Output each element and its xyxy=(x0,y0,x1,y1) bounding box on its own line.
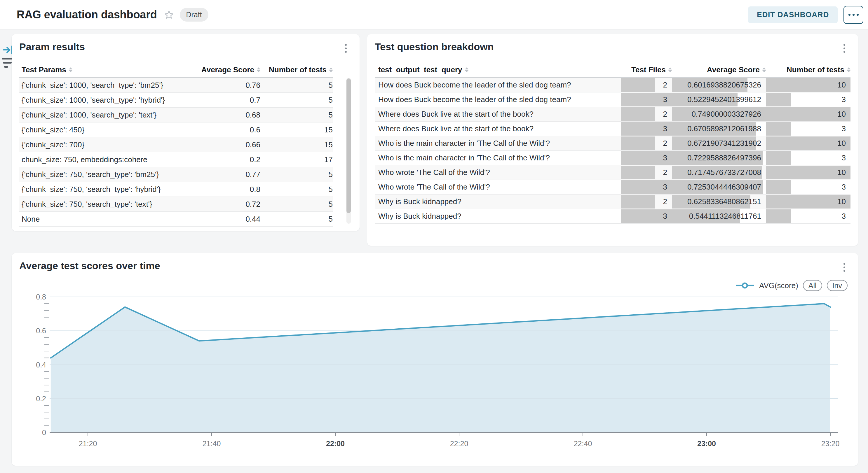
panel-menu-kebab-icon[interactable] xyxy=(842,43,846,54)
avg-score-cell: 0.72 xyxy=(179,197,260,211)
table-row[interactable]: Who wrote 'The Call of the Wild'?30.7253… xyxy=(375,180,850,195)
table-scrollbar xyxy=(346,78,351,224)
x-tick-label: 21:40 xyxy=(203,439,221,448)
sort-icon[interactable] xyxy=(329,67,333,72)
column-header[interactable]: Average Score xyxy=(672,65,766,74)
scrollbar-thumb[interactable] xyxy=(346,78,351,213)
avg-score-cell: 0.7174576733727008 xyxy=(672,165,766,180)
data-bar xyxy=(621,136,655,150)
test-files-cell-value: 2 xyxy=(663,80,672,90)
table-row[interactable]: None0.445 xyxy=(19,212,333,227)
avg-score-cell: 0.6721907341231902 xyxy=(672,136,766,150)
table-row[interactable]: {'chunk_size': 450}0.615 xyxy=(19,123,333,137)
panel-menu-kebab-icon[interactable] xyxy=(344,43,348,54)
table-row[interactable]: chunk_size: 750, embeddings:cohere0.217 xyxy=(19,152,333,167)
test-files-cell-value: 3 xyxy=(663,182,672,192)
table-row[interactable]: Who is the main character in 'The Call o… xyxy=(375,151,850,165)
column-header-label: test_output_test_query xyxy=(378,65,462,74)
avg-score-cell: 0.7253044446309407 xyxy=(672,180,766,194)
page-title: RAG evaluation dashboard xyxy=(17,8,157,21)
table-row[interactable]: {'chunk_size': 700}0.6615 xyxy=(19,137,333,152)
num-tests-cell: 15 xyxy=(260,123,333,137)
table-header-row: Test ParamsAverage ScoreNumber of tests xyxy=(19,62,333,78)
num-tests-cell: 15 xyxy=(260,137,333,152)
column-header-label: Number of tests xyxy=(786,65,844,74)
test-files-cell: 3 xyxy=(621,180,672,194)
test-files-cell: 2 xyxy=(621,136,672,150)
sort-icon[interactable] xyxy=(465,67,468,72)
table-row[interactable]: Where does Buck live at the start of the… xyxy=(375,122,850,136)
sort-icon[interactable] xyxy=(847,67,850,72)
panel-title: Param results xyxy=(19,41,85,53)
query-cell: Why is Buck kidnapped? xyxy=(375,209,621,224)
edit-dashboard-button[interactable]: EDIT DASHBOARD xyxy=(748,6,838,23)
sort-icon[interactable] xyxy=(762,67,766,72)
sort-up-arrow xyxy=(669,67,672,69)
table-header-row: test_output_test_queryTest FilesAverage … xyxy=(375,62,850,78)
num-tests-cell: 3 xyxy=(766,209,850,224)
num-tests-cell-value: 10 xyxy=(837,80,850,90)
num-tests-cell: 3 xyxy=(766,122,850,136)
table-row[interactable]: Who is the main character in 'The Call o… xyxy=(375,136,850,151)
column-header[interactable]: Number of tests xyxy=(766,65,850,74)
table-row[interactable]: Where does Buck live at the start of the… xyxy=(375,107,850,122)
column-header[interactable]: test_output_test_query xyxy=(375,65,621,74)
data-bar xyxy=(621,195,655,208)
table-row[interactable]: {'chunk_size': 750, 'search_type': 'text… xyxy=(19,197,333,212)
x-tick-label: 23:20 xyxy=(821,439,840,448)
column-header-label: Number of tests xyxy=(269,65,327,74)
table-row[interactable]: {'chunk_size': 1000, 'search_type': 'tex… xyxy=(19,108,333,123)
avg-score-cell: 0.6258336480862151 xyxy=(672,195,766,209)
num-tests-cell: 3 xyxy=(766,180,850,194)
num-tests-cell: 10 xyxy=(766,78,850,92)
avg-score-cell-value: 0.5229452401399612 xyxy=(687,95,766,104)
avg-score-cell: 0.5229452401399612 xyxy=(672,93,766,107)
table-row[interactable]: Who wrote 'The Call of the Wild'?20.7174… xyxy=(375,165,850,180)
test-files-cell: 2 xyxy=(621,165,672,180)
test-files-cell-value: 2 xyxy=(663,110,672,119)
favorite-star-icon[interactable] xyxy=(164,10,174,20)
avg-score-cell-value: 0.5441113246811761 xyxy=(689,212,766,221)
query-cell: Who wrote 'The Call of the Wild'? xyxy=(375,180,621,194)
avg-scores-chart-panel: Average test scores over time AVG(score)… xyxy=(12,253,858,466)
avg-score-cell: 0.7 xyxy=(179,93,260,107)
avg-score-cell: 0.8 xyxy=(179,182,260,197)
table-row[interactable]: {'chunk_size': 1000, 'search_type': 'bm2… xyxy=(19,78,333,93)
scores-line-chart: 21:2021:4022:0022:2022:4023:0023:2000.20… xyxy=(12,253,858,466)
sort-icon[interactable] xyxy=(669,67,672,72)
sort-up-arrow xyxy=(69,67,72,69)
query-cell: Who is the main character in 'The Call o… xyxy=(375,151,621,165)
more-options-button[interactable] xyxy=(843,6,863,24)
table-row[interactable]: {'chunk_size': 750, 'search_type': 'hybr… xyxy=(19,182,333,197)
num-tests-cell-value: 10 xyxy=(837,197,850,206)
sort-icon[interactable] xyxy=(257,67,260,72)
num-tests-cell: 10 xyxy=(766,136,850,150)
sort-icon[interactable] xyxy=(69,67,72,72)
test-params-cell: {'chunk_size': 700} xyxy=(19,137,179,152)
avg-score-cell: 0.68 xyxy=(179,108,260,122)
test-params-cell: {'chunk_size': 750, 'search_type': 'bm25… xyxy=(19,167,179,182)
sort-up-arrow xyxy=(465,67,468,69)
test-question-breakdown-panel: Test question breakdown test_output_test… xyxy=(367,34,858,246)
column-header[interactable]: Average Score xyxy=(179,65,260,74)
avg-score-cell-value: 0.6721907341231902 xyxy=(687,139,766,148)
column-header[interactable]: Number of tests xyxy=(260,65,333,74)
x-tick-label: 22:00 xyxy=(326,439,345,448)
table-row[interactable]: Why is Buck kidnapped?30.544111324681176… xyxy=(375,209,850,224)
column-header[interactable]: Test Params xyxy=(19,65,179,74)
x-tick-label: 21:20 xyxy=(79,439,97,448)
num-tests-cell-value: 3 xyxy=(842,124,850,133)
avg-score-cell: 0.5441113246811761 xyxy=(672,209,766,224)
column-header[interactable]: Test Files xyxy=(621,65,672,74)
table-row[interactable]: Why is Buck kidnapped?20.625833648086215… xyxy=(375,195,850,209)
table-row[interactable]: How does Buck become the leader of the s… xyxy=(375,78,850,93)
param-results-panel: Param results Test ParamsAverage ScoreNu… xyxy=(12,34,360,231)
table-row[interactable]: {'chunk_size': 1000, 'search_type': 'hyb… xyxy=(19,93,333,108)
test-files-cell: 3 xyxy=(621,93,672,107)
num-tests-cell-value: 3 xyxy=(842,154,850,162)
data-bar xyxy=(621,107,655,121)
sort-down-arrow xyxy=(847,70,850,72)
table-row[interactable]: How does Buck become the leader of the s… xyxy=(375,93,850,107)
avg-score-cell: 0.6016938820675326 xyxy=(672,78,766,92)
table-row[interactable]: {'chunk_size': 750, 'search_type': 'bm25… xyxy=(19,167,333,182)
